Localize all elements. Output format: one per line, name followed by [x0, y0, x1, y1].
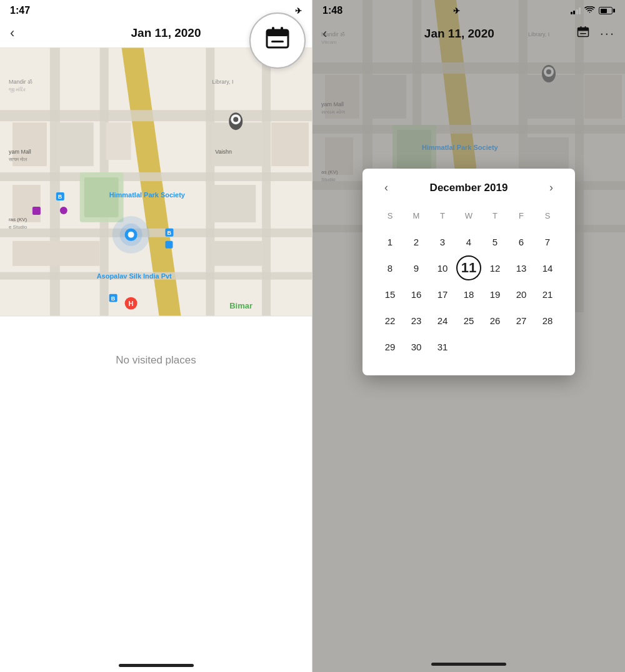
cal-day-8[interactable]: 8 — [378, 255, 402, 280]
svg-rect-93 — [584, 26, 586, 29]
calendar-header: ‹ December 2019 › — [378, 181, 560, 194]
location-arrow-left: ✈ — [295, 6, 302, 16]
cal-day-27[interactable]: 27 — [509, 308, 534, 333]
cal-day-11[interactable]: 11 — [456, 255, 481, 280]
cal-day-21[interactable]: 21 — [535, 282, 560, 307]
cal-day-25[interactable]: 25 — [456, 308, 481, 333]
cal-day-15[interactable]: 15 — [378, 282, 402, 307]
calendar-button[interactable] — [249, 12, 306, 69]
cal-day-3[interactable]: 3 — [430, 229, 455, 254]
cal-day-5[interactable]: 5 — [482, 229, 508, 254]
day-header-m: M — [404, 203, 429, 228]
wifi-icon — [584, 6, 595, 16]
cal-day-1[interactable]: 1 — [378, 229, 402, 254]
cal-day-22[interactable]: 22 — [378, 308, 402, 333]
cal-day-23[interactable]: 23 — [404, 308, 429, 333]
cal-day-7[interactable]: 7 — [535, 229, 560, 254]
calendar-popup: ‹ December 2019 › S M T W T F S 1 2 3 4 … — [362, 169, 575, 375]
cal-day-4[interactable]: 4 — [456, 229, 481, 254]
svg-text:e Studio: e Studio — [9, 224, 28, 230]
time-left: 1:47 — [10, 5, 30, 16]
svg-text:જી મંદિર: જી મંદિર — [9, 86, 26, 92]
cal-day-12[interactable]: 12 — [482, 255, 508, 280]
calendar-grid: S M T W T F S 1 2 3 4 5 6 7 8 9 — [378, 203, 560, 359]
svg-text:Vaishn: Vaishn — [215, 149, 232, 155]
svg-text:H: H — [129, 300, 134, 307]
cal-day-13[interactable]: 13 — [509, 255, 534, 280]
svg-rect-26 — [212, 241, 262, 266]
svg-rect-4 — [271, 41, 284, 42]
svg-text:Bimar: Bimar — [229, 301, 252, 310]
cal-day-20[interactable]: 20 — [509, 282, 534, 307]
calendar-week-3: 15 16 17 18 19 20 21 — [378, 282, 560, 307]
svg-rect-92 — [580, 26, 581, 29]
cal-day-18[interactable]: 18 — [456, 282, 481, 307]
header-icons-right: ··· — [576, 25, 615, 42]
location-arrow-right: ✈ — [453, 6, 460, 16]
header-left: ‹ Jan 11, 2020 — [0, 19, 312, 47]
cal-day-10[interactable]: 10 — [430, 255, 455, 280]
calendar-icon — [264, 24, 291, 57]
header-right: ‹ Jan 11, 2020 ··· — [312, 19, 625, 48]
cal-day-14[interactable]: 14 — [535, 255, 560, 280]
time-right: 1:48 — [322, 5, 342, 16]
day-header-f: F — [509, 203, 534, 228]
day-header-s2: S — [535, 203, 560, 228]
home-bar-left — [119, 664, 194, 667]
svg-rect-94 — [580, 33, 586, 34]
calendar-week-4: 22 23 24 25 26 27 28 — [378, 308, 560, 333]
svg-point-44 — [233, 117, 238, 122]
header-title-right: Jan 11, 2020 — [342, 27, 576, 41]
signal-icon — [571, 7, 581, 14]
cal-day-31[interactable]: 31 — [430, 334, 455, 359]
cal-day-17[interactable]: 17 — [430, 282, 455, 307]
cal-day-30[interactable]: 30 — [404, 334, 429, 359]
cal-empty-1 — [456, 334, 481, 359]
calendar-prev-button[interactable]: ‹ — [378, 181, 395, 194]
calendar-month-title: December 2019 — [430, 182, 508, 194]
day-header-w: W — [456, 203, 481, 228]
svg-rect-2 — [272, 27, 274, 33]
no-visited-section: No visited places — [0, 316, 312, 656]
svg-rect-25 — [12, 241, 100, 266]
home-indicator-right — [312, 663, 625, 666]
svg-rect-14 — [206, 47, 214, 315]
svg-text:Asopalav Silk India Pvt: Asopalav Silk India Pvt — [97, 272, 172, 280]
cal-day-24[interactable]: 24 — [430, 308, 455, 333]
cal-day-16[interactable]: 16 — [404, 282, 429, 307]
svg-rect-51 — [60, 207, 68, 214]
svg-rect-24 — [212, 185, 256, 222]
cal-day-19[interactable]: 19 — [482, 282, 508, 307]
svg-text:Library, I: Library, I — [212, 79, 233, 85]
svg-rect-3 — [281, 27, 283, 33]
status-icons-right — [571, 6, 616, 16]
cal-empty-3 — [509, 334, 534, 359]
home-bar-right — [431, 663, 506, 666]
back-button-right[interactable]: ‹ — [322, 26, 342, 42]
svg-text:B: B — [167, 230, 171, 236]
cal-day-29[interactable]: 29 — [378, 334, 402, 359]
map-left: Himmatlal Park Society Asopalav Silk Ind… — [0, 47, 312, 316]
cal-day-6[interactable]: 6 — [509, 229, 534, 254]
no-visited-text: No visited places — [116, 354, 196, 367]
svg-rect-1 — [267, 30, 288, 36]
svg-rect-15 — [262, 47, 271, 315]
battery-icon — [599, 7, 615, 14]
cal-day-26[interactable]: 26 — [482, 308, 508, 333]
calendar-week-2: 8 9 10 11 12 13 14 — [378, 255, 560, 280]
svg-text:ras (KV): ras (KV) — [9, 217, 28, 222]
back-button-left[interactable]: ‹ — [10, 25, 30, 41]
more-options-button[interactable]: ··· — [600, 26, 615, 42]
cal-day-9[interactable]: 9 — [404, 255, 429, 280]
cal-day-28[interactable]: 28 — [535, 308, 560, 333]
day-header-t2: T — [482, 203, 508, 228]
home-indicator-left — [0, 656, 312, 672]
day-header-t1: T — [430, 203, 455, 228]
calendar-header-icon[interactable] — [576, 25, 590, 42]
svg-rect-19 — [56, 122, 94, 166]
cal-day-2[interactable]: 2 — [404, 229, 429, 254]
calendar-next-button[interactable]: › — [542, 181, 560, 194]
svg-text:yam Mall: yam Mall — [9, 149, 31, 155]
calendar-day-headers: S M T W T F S — [378, 203, 560, 228]
status-bar-right: 1:48 ✈ — [312, 0, 625, 19]
